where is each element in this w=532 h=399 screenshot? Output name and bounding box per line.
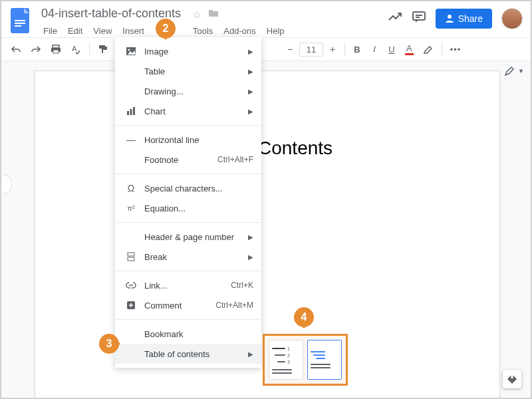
print-button[interactable]: [47, 41, 65, 58]
menubar: File Edit View Insert Format Tools Add-o…: [39, 23, 388, 39]
line-icon: —: [123, 134, 139, 145]
menu-item-header-page-number[interactable]: Header & page number ▶: [115, 227, 261, 247]
svg-rect-12: [511, 374, 513, 378]
menu-label: Image: [139, 47, 248, 57]
toc-submenu: 1 2 3: [263, 334, 348, 386]
menu-label: Bookmark: [139, 329, 253, 339]
menu-view[interactable]: View: [88, 23, 116, 39]
menu-shortcut: Ctrl+Alt+M: [215, 301, 253, 310]
menu-label: Horizontal line: [139, 135, 253, 145]
user-avatar[interactable]: [501, 8, 523, 29]
explore-button[interactable]: [503, 370, 521, 388]
submenu-arrow-icon: ▶: [248, 108, 253, 115]
add-comment-icon: [123, 301, 139, 310]
menu-item-table-of-contents[interactable]: Table of contents ▶: [115, 344, 261, 364]
redo-button[interactable]: [27, 41, 45, 58]
menu-label: Comment: [139, 301, 215, 311]
menu-label: Footnote: [139, 155, 217, 165]
toc-option-links[interactable]: [307, 340, 342, 380]
caret-down-icon: ▼: [518, 68, 524, 74]
star-icon[interactable]: ☆: [192, 8, 201, 21]
svg-rect-16: [130, 109, 132, 115]
menu-help[interactable]: Help: [262, 23, 289, 39]
font-size-inc[interactable]: +: [325, 41, 340, 58]
menu-label: Link...: [139, 281, 231, 291]
menu-item-drawing[interactable]: Drawing... ▶: [115, 81, 261, 101]
font-size-dec[interactable]: −: [282, 41, 298, 58]
submenu-arrow-icon: ▶: [248, 88, 253, 95]
menu-item-chart[interactable]: Chart ▶: [115, 101, 261, 121]
paint-format-button[interactable]: [94, 41, 112, 58]
svg-rect-1: [15, 20, 25, 21]
menu-tools[interactable]: Tools: [188, 23, 217, 39]
toolbar-more[interactable]: •••: [446, 41, 466, 58]
outline-toggle[interactable]: [3, 174, 12, 194]
svg-rect-17: [133, 107, 135, 115]
page-heading-text: Contents: [35, 71, 499, 212]
svg-rect-15: [127, 111, 129, 115]
menu-label: Header & page number: [139, 232, 248, 242]
menu-item-link[interactable]: Link... Ctrl+K: [115, 275, 261, 295]
menu-label: Special characters...: [139, 184, 253, 194]
menu-item-special-chars[interactable]: Ω Special characters...: [115, 178, 261, 198]
folder-icon[interactable]: [208, 8, 219, 21]
callout-step-4: 4: [294, 307, 314, 327]
menu-item-footnote[interactable]: Footnote Ctrl+Alt+F: [115, 150, 261, 170]
svg-rect-18: [128, 253, 134, 256]
highlight-button[interactable]: [419, 41, 438, 58]
share-label: Share: [458, 13, 483, 24]
underline-button[interactable]: U: [384, 41, 400, 58]
menu-addons[interactable]: Add-ons: [219, 23, 260, 39]
svg-rect-3: [15, 25, 21, 27]
menu-item-bookmark[interactable]: Bookmark: [115, 324, 261, 344]
submenu-arrow-icon: ▶: [248, 350, 253, 358]
insert-menu-dropdown: Image ▶ Table ▶ Drawing... ▶ Chart ▶ — H…: [115, 37, 261, 368]
undo-button[interactable]: [7, 41, 25, 58]
menu-item-equation[interactable]: π² Equation...: [115, 198, 261, 218]
app-header: 04-insert-table-of-contents ☆ File Edit …: [1, 1, 531, 37]
svg-rect-7: [53, 45, 59, 48]
text-color-button[interactable]: A: [401, 41, 418, 58]
bold-button[interactable]: B: [349, 41, 365, 58]
submenu-arrow-icon: ▶: [248, 48, 253, 55]
menu-edit[interactable]: Edit: [63, 23, 87, 39]
italic-button[interactable]: I: [366, 41, 382, 58]
menu-item-horizontal-line[interactable]: — Horizontal line: [115, 130, 261, 150]
comments-icon[interactable]: [412, 11, 426, 27]
callout-step-2: 2: [156, 19, 176, 39]
menu-shortcut: Ctrl+Alt+F: [217, 155, 253, 164]
svg-rect-9: [53, 50, 59, 53]
docs-logo-icon[interactable]: [9, 5, 33, 37]
omega-icon: Ω: [123, 183, 139, 194]
svg-rect-2: [15, 23, 25, 24]
menu-item-table[interactable]: Table ▶: [115, 61, 261, 81]
image-icon: [123, 47, 139, 56]
font-size-input[interactable]: 11: [299, 43, 323, 57]
submenu-arrow-icon: ▶: [248, 233, 253, 241]
spellcheck-button[interactable]: A: [66, 41, 85, 58]
toc-option-page-numbers[interactable]: 1 2 3: [269, 340, 303, 380]
menu-item-image[interactable]: Image ▶: [115, 41, 261, 61]
menu-item-comment[interactable]: Comment Ctrl+Alt+M: [115, 295, 261, 315]
menu-file[interactable]: File: [39, 23, 62, 39]
chart-icon: [123, 106, 139, 116]
activity-icon[interactable]: [388, 12, 402, 25]
menu-item-break[interactable]: Break ▶: [115, 247, 261, 267]
menu-label: Chart: [139, 106, 248, 116]
submenu-arrow-icon: ▶: [248, 253, 253, 261]
share-button[interactable]: Share: [436, 9, 492, 29]
page-break-icon: [123, 252, 139, 261]
title-area: 04-insert-table-of-contents ☆ File Edit …: [39, 5, 388, 39]
menu-shortcut: Ctrl+K: [231, 281, 253, 290]
toolbar: A − 11 + B I U A •••: [1, 37, 531, 61]
pencil-icon: [502, 64, 517, 78]
menu-insert[interactable]: Insert: [118, 23, 149, 39]
svg-text:A: A: [72, 45, 77, 53]
menu-label: Table of contents: [139, 349, 248, 359]
menu-label: Drawing...: [139, 86, 248, 96]
menu-label: Equation...: [139, 203, 253, 213]
menu-label: Break: [139, 252, 248, 262]
editing-mode-button[interactable]: ▼: [502, 64, 524, 78]
link-icon: [123, 282, 139, 289]
menu-label: Table: [139, 66, 248, 76]
